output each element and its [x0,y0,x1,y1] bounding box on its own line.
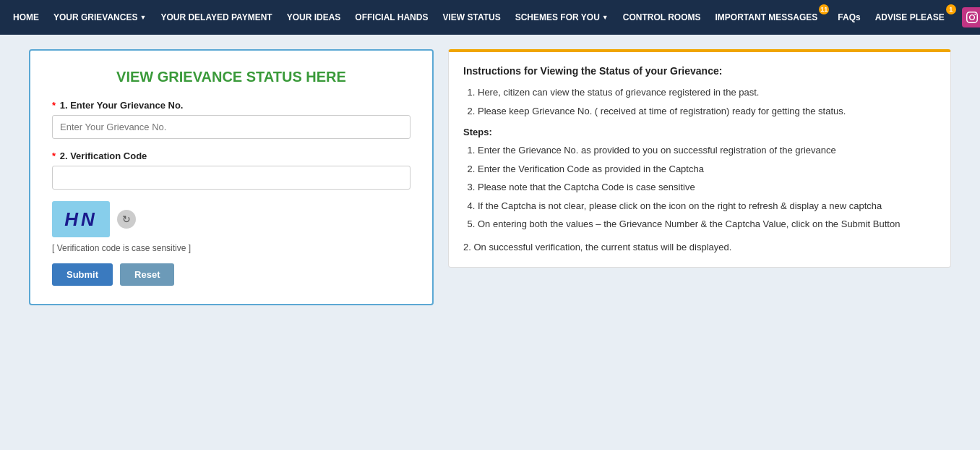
submit-button[interactable]: Submit [52,263,113,286]
captcha-refresh-button[interactable]: ↻ [117,210,136,229]
step-4: If the Captcha is not clear, please clic… [478,199,936,213]
captcha-row: HN ↻ [52,201,411,237]
advise-please-button[interactable]: ADVISE PLEASE 1 [868,0,958,35]
verification-code-group: * 2. Verification Code [52,150,411,190]
info-panel-title: Instructions for Viewing the Status of y… [463,65,936,77]
step-1: Enter the Grievance No. as provided to y… [478,143,936,158]
nav-right: ADVISE PLEASE 1 [868,0,980,35]
grievance-number-label: * 1. Enter Your Grievance No. [52,100,411,111]
step-3: Please note that the Captcha Code is cas… [478,180,936,195]
intro-list: Here, citizen can view the status of gri… [478,85,936,118]
nav-item-your-ideas[interactable]: YOUR IDEAS [280,0,348,35]
nav-item-your-grievances[interactable]: YOUR GRIEVANCES ▼ [46,0,153,35]
grievance-number-input[interactable] [52,115,411,139]
chevron-down-icon-schemes: ▼ [602,14,609,21]
form-title: VIEW GRIEVANCE STATUS HERE [52,69,411,85]
verification-code-label: * 2. Verification Code [52,150,411,161]
nav-item-schemes-for-you[interactable]: SCHEMES FOR YOU ▼ [508,0,616,35]
intro-item-1: Here, citizen can view the status of gri… [478,85,936,100]
required-star-1: * [52,100,56,111]
nav-label-schemes: SCHEMES FOR YOU [515,12,600,22]
required-star-2: * [52,150,56,161]
steps-list: Enter the Grievance No. as provided to y… [478,143,936,232]
nav-item-view-status[interactable]: VIEW STATUS [435,0,507,35]
captcha-note: [ Verification code is case sensitive ] [52,243,411,253]
main-content: VIEW GRIEVANCE STATUS HERE * 1. Enter Yo… [0,35,980,320]
intro-item-2: Please keep Grievance No. ( received at … [478,104,936,119]
nav-item-faqs[interactable]: FAQs [830,0,867,35]
info-footer: 2. On successful verification, the curre… [463,240,936,255]
chevron-down-icon: ▼ [139,14,146,21]
info-footer-number: 2. [463,242,473,252]
steps-label: Steps: [463,127,936,137]
step-5: On entering both the values – the Grieva… [478,217,936,232]
captcha-image: HN [52,201,110,237]
step-2: Enter the Verification Code as provided … [478,162,936,177]
nav-item-home[interactable]: HOME [6,0,46,35]
nav-item-your-delayed-payment[interactable]: YOUR DELAYED PAYMENT [153,0,279,35]
form-panel: VIEW GRIEVANCE STATUS HERE * 1. Enter Yo… [29,49,434,305]
instagram-icon[interactable] [962,7,980,27]
grievance-number-group: * 1. Enter Your Grievance No. [52,100,411,139]
reset-button[interactable]: Reset [120,263,174,286]
nav-label-your-grievances: YOUR GRIEVANCES [53,12,137,22]
advise-badge: 1 [946,4,956,14]
important-messages-badge: 11 [819,4,829,14]
info-panel: Instructions for Viewing the Status of y… [448,49,951,268]
info-footer-text: On successful verification, the current … [473,242,731,252]
button-row: Submit Reset [52,263,411,286]
nav-label-important: IMPORTANT MESSAGES [715,12,818,22]
nav-item-control-rooms[interactable]: CONTROL ROOMS [616,0,708,35]
verification-code-input[interactable] [52,166,411,190]
navbar: HOME YOUR GRIEVANCES ▼ YOUR DELAYED PAYM… [0,0,980,35]
nav-item-important-messages[interactable]: IMPORTANT MESSAGES 11 [708,0,831,35]
nav-item-official-hands[interactable]: OFFICIAL HANDS [348,0,435,35]
